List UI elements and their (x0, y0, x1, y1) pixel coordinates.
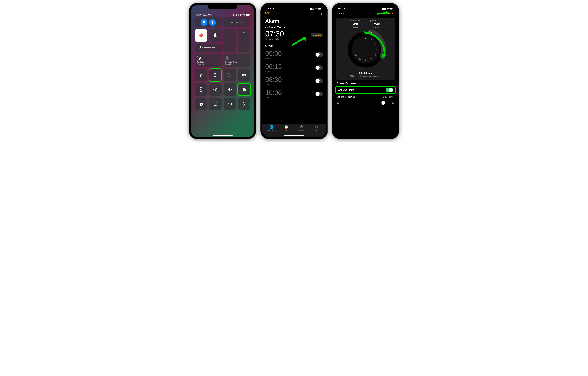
alarm-row[interactable]: 06:15Alarm (262, 61, 326, 74)
svg-point-16 (243, 75, 245, 76)
svg-rect-36 (265, 27, 268, 27)
wakeup-day: Tomorrow (370, 26, 381, 28)
voice-memo-button[interactable] (224, 83, 236, 96)
home-favourites-tile[interactable]: The Cott… Favourites (195, 54, 222, 67)
sleep-ring[interactable]: 0246810121416182022 ✦ ☀ (346, 30, 386, 70)
wake-up-toggle[interactable] (386, 88, 393, 92)
alarm-label: Alarm (265, 84, 282, 86)
svg-rect-42 (393, 9, 393, 9)
prev-track-icon[interactable]: ⏮ (231, 21, 233, 24)
media-controls-tile[interactable]: ⏮ ▶ ⏭ (223, 17, 251, 27)
done-button[interactable]: Done (388, 12, 394, 15)
cancel-button[interactable]: Cancel (337, 12, 345, 15)
brightness-slider[interactable]: ☀ (223, 29, 236, 52)
do-not-disturb-tile[interactable] (209, 29, 222, 42)
sleep-button[interactable] (224, 98, 236, 110)
svg-text:16: 16 (355, 54, 357, 56)
alarm-status-icon: ⏰ (233, 14, 235, 16)
home-tile-title: The Cott… (197, 61, 205, 63)
alarm-toggle[interactable] (315, 66, 323, 70)
svg-text:✦: ✦ (365, 38, 366, 40)
tab-label: Stopwatch (298, 129, 305, 131)
control-center-buttons (195, 69, 251, 110)
carrier-label: Vodafon (200, 14, 208, 16)
svg-point-6 (200, 75, 201, 76)
volume-row[interactable]: 🔈 🔊 (334, 100, 397, 106)
play-icon[interactable]: ▶ (236, 21, 238, 24)
sleep-header-text: Sleep | Wake Up (269, 26, 286, 28)
svg-text:18: 18 (353, 48, 355, 50)
hearing-button[interactable] (238, 98, 251, 110)
wake-up-alarm-row[interactable]: Wake Up Alarm (336, 86, 396, 94)
remote-button[interactable] (195, 83, 207, 96)
alarm-row[interactable]: 08:30Alarm (262, 74, 326, 87)
svg-point-25 (244, 89, 244, 90)
alarm-time: 08:30 (265, 76, 282, 84)
page-title: Alarm (265, 18, 323, 24)
svg-rect-44 (350, 21, 350, 22)
tab-timer[interactable]: ⏲Timer (309, 125, 324, 137)
edit-button[interactable]: Edit (265, 11, 270, 16)
alarm-toggle[interactable] (315, 78, 323, 83)
svg-rect-41 (390, 8, 392, 9)
homepod-tile[interactable]: Projector Room HomePod Paused (223, 54, 251, 67)
phone-frame-2: 14:00 ➤ ▮▮▯▯ Edit + Alarm Sleep | Wake U… (261, 3, 328, 139)
tab-label: Alarm (284, 129, 288, 131)
alarm-toggle[interactable] (315, 52, 323, 57)
wakeup-value: 07:30 (370, 22, 381, 26)
alarm-row[interactable]: 10:00Alarm (262, 87, 326, 100)
sounds-haptics-row[interactable]: Sounds & Haptics Early Riser› (334, 94, 397, 100)
alarm-time: 10:00 (265, 89, 282, 97)
annotation-arrow-done (377, 11, 390, 15)
notch (208, 5, 237, 9)
location-status-icon: ➤ (238, 14, 240, 16)
svg-rect-46 (350, 20, 351, 21)
nav-bar: Edit + (262, 10, 326, 18)
cellular-bars-icon: ▮▮▯▯ (196, 14, 200, 16)
svg-rect-39 (266, 27, 266, 27)
screen-record-button[interactable] (195, 98, 207, 110)
alarm-row[interactable]: 05:00Alarm (262, 48, 326, 61)
bedtime-day: Today (350, 26, 361, 28)
wifi-icon (386, 8, 389, 10)
accessibility-button[interactable] (209, 83, 221, 96)
volume-slider[interactable] (341, 103, 390, 103)
svg-rect-24 (244, 88, 244, 88)
svg-point-27 (200, 103, 202, 105)
home-indicator[interactable] (284, 135, 304, 136)
alarm-time: 06:15 (265, 63, 282, 70)
flashlight-button[interactable] (195, 69, 207, 81)
battery-icon (318, 8, 322, 10)
svg-point-5 (197, 56, 200, 60)
connectivity-tile[interactable] (195, 17, 222, 27)
bluetooth-toggle[interactable] (209, 19, 216, 26)
orientation-lock-tile[interactable] (195, 29, 207, 42)
svg-rect-20 (200, 90, 201, 90)
tab-world-clock[interactable]: 🌐World Clock (264, 125, 279, 137)
change-button[interactable]: CHANGE (311, 33, 323, 37)
timer-icon: ⏲ (315, 125, 318, 129)
svg-rect-31 (231, 103, 232, 105)
camera-button[interactable] (238, 69, 251, 81)
wifi-toggle[interactable] (200, 19, 208, 26)
screen-mirroring-tile[interactable]: Screen Mirroring (195, 44, 222, 52)
volume-low-icon: 🔈 (336, 101, 339, 104)
row-value: Early Riser (382, 96, 393, 98)
alarm-toggle[interactable] (315, 92, 323, 96)
stopwatch-button[interactable] (238, 83, 251, 96)
timer-button[interactable] (209, 69, 221, 81)
wifi-icon (315, 8, 317, 10)
volume-slider[interactable]: 🔈 (238, 29, 251, 52)
vpn-badge: VPN (211, 14, 215, 16)
svg-point-14 (230, 76, 230, 76)
svg-rect-37 (265, 27, 266, 28)
calculator-button[interactable] (224, 69, 236, 81)
home-indicator[interactable] (212, 135, 233, 136)
cellular-bars-icon: ▮▮▯▯ (310, 8, 314, 10)
svg-text:14: 14 (359, 58, 361, 60)
homepod-title: Projector Room HomePod (225, 61, 246, 63)
svg-rect-68 (369, 32, 370, 32)
next-track-icon[interactable]: ⏭ (241, 21, 243, 24)
add-alarm-button[interactable]: + (320, 11, 323, 16)
notes-button[interactable] (209, 98, 221, 110)
